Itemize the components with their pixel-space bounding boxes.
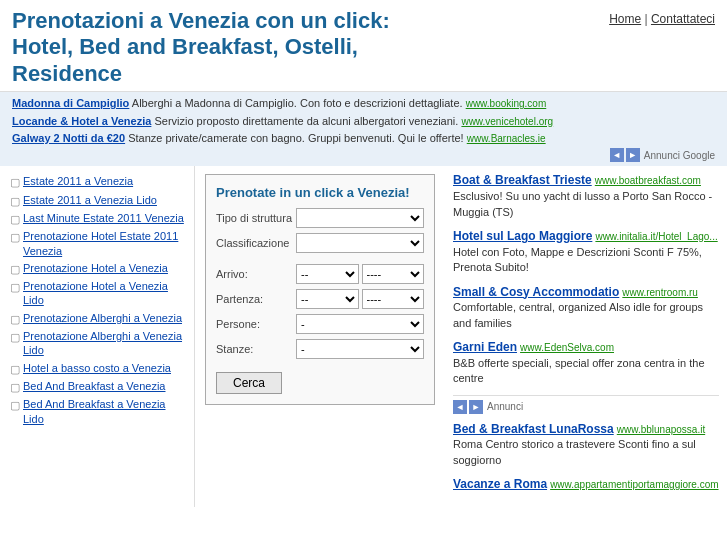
sidebar-item-3[interactable]: ▢ Prenotazione Hotel Estate 2011 Venezia — [10, 229, 184, 258]
partenza-row: Partenza: -- ---- — [216, 289, 424, 309]
right-ad1-url[interactable]: www.initalia.it/Hotel_Lago... — [595, 231, 717, 242]
right-prev-arrow[interactable]: ◄ — [453, 400, 467, 414]
sidebar-item-1[interactable]: ▢ Estate 2011 a Venezia Lido — [10, 193, 184, 208]
sidebar-item-0[interactable]: ▢ Estate 2011 a Venezia — [10, 174, 184, 189]
folder-icon-4: ▢ — [10, 262, 20, 276]
class-label: Classificazione — [216, 237, 296, 249]
ad2-desc: Servizio proposto direttamente da alcuni… — [154, 115, 458, 127]
ad-bar: Madonna di Campiglio Alberghi a Madonna … — [0, 92, 727, 166]
ad-row-1: Madonna di Campiglio Alberghi a Madonna … — [12, 96, 715, 111]
right-ad0-desc: Esclusivo! Su uno yacht di lusso a Porto… — [453, 189, 719, 220]
persone-label: Persone: — [216, 318, 296, 330]
right-ad3-title[interactable]: Garni Eden — [453, 340, 517, 354]
adbar-footer: ◄ ► Annunci Google — [12, 148, 715, 162]
ad3-url[interactable]: www.Barnacles.ie — [467, 133, 546, 144]
right-ad3-url[interactable]: www.EdenSelva.com — [520, 342, 614, 353]
arrivo-row: Arrivo: -- ---- — [216, 264, 424, 284]
sidebar: ▢ Estate 2011 a Venezia ▢ Estate 2011 a … — [0, 166, 195, 507]
tipo-select[interactable] — [296, 208, 424, 228]
folder-icon-6: ▢ — [10, 312, 20, 326]
sidebar-item-2[interactable]: ▢ Last Minute Estate 2011 Venezia — [10, 211, 184, 226]
form-title: Prenotate in un click a Venezia! — [216, 185, 424, 200]
persone-row: Persone: - — [216, 314, 424, 334]
right-adb0-title[interactable]: Bed & Breakfast LunaRossa — [453, 422, 614, 436]
sidebar-item-8[interactable]: ▢ Hotel a basso costo a Venezia — [10, 361, 184, 376]
booking-form: Prenotate in un click a Venezia! Tipo di… — [205, 174, 435, 405]
class-row: Classificazione — [216, 233, 424, 253]
right-ad0-url[interactable]: www.boatbreakfast.com — [595, 175, 701, 186]
sidebar-item-5[interactable]: ▢ Prenotazione Hotel a Venezia Lido — [10, 279, 184, 308]
right-adb0-url[interactable]: www.bblunарossa.it — [617, 424, 705, 435]
contact-link[interactable]: Contattateci — [651, 12, 715, 26]
header: Prenotazioni a Venezia con un click: Hot… — [0, 0, 727, 92]
folder-icon-2: ▢ — [10, 212, 20, 226]
right-ad-1: Hotel sul Lago Maggiore www.initalia.it/… — [453, 228, 719, 276]
adbar-next-arrow[interactable]: ► — [626, 148, 640, 162]
right-annunci: Annunci — [487, 401, 523, 412]
ad2-url[interactable]: www.venicehotel.org — [461, 116, 553, 127]
right-adb1-title[interactable]: Vacanze a Roma — [453, 477, 547, 491]
right-ad3-desc: B&B offerte speciali, special offer zona… — [453, 356, 719, 387]
ad1-url[interactable]: www.booking.com — [466, 98, 547, 109]
ad2-title[interactable]: Locande & Hotel a Venezia — [12, 115, 151, 127]
partenza-day-select[interactable]: -- — [296, 289, 359, 309]
ad3-title[interactable]: Galway 2 Notti da €20 — [12, 132, 125, 144]
stanze-select[interactable]: - — [296, 339, 424, 359]
right-adb1-url[interactable]: www.appartamentiportamaggiore.com — [550, 479, 718, 490]
arrivo-day-select[interactable]: -- — [296, 264, 359, 284]
tipo-label: Tipo di struttura — [216, 212, 296, 224]
right-ad1-desc: Hotel con Foto, Mappe e Descrizioni Scon… — [453, 245, 719, 276]
ad-row-2: Locande & Hotel a Venezia Servizio propo… — [12, 114, 715, 129]
folder-icon-9: ▢ — [10, 380, 20, 394]
partenza-label: Partenza: — [216, 293, 296, 305]
home-link[interactable]: Home — [609, 12, 641, 26]
sidebar-item-10[interactable]: ▢ Bed And Breakfast a Venezia Lido — [10, 397, 184, 426]
right-ads-panel: Boat & Breakfast Trieste www.boatbreakfa… — [445, 166, 727, 507]
right-ad2-url[interactable]: www.rentroom.ru — [622, 287, 698, 298]
right-adb0-desc: Roma Centro storico a trastevere Sconti … — [453, 437, 719, 468]
stanze-label: Stanze: — [216, 343, 296, 355]
ad1-title[interactable]: Madonna di Campiglio — [12, 97, 129, 109]
page-title: Prenotazioni a Venezia con un click: Hot… — [12, 8, 452, 87]
folder-icon-0: ▢ — [10, 175, 20, 189]
right-arrows: ◄ ► — [453, 400, 483, 414]
right-next-arrow[interactable]: ► — [469, 400, 483, 414]
right-ad1-title[interactable]: Hotel sul Lago Maggiore — [453, 229, 592, 243]
sidebar-item-7[interactable]: ▢ Prenotazione Alberghi a Venezia Lido — [10, 329, 184, 358]
arrivo-month-select[interactable]: ---- — [362, 264, 425, 284]
right-ad-b0: Bed & Breakfast LunaRossa www.bblunарoss… — [453, 421, 719, 469]
right-ad2-desc: Comfortable, central, organized Also idl… — [453, 300, 719, 331]
tipo-row: Tipo di struttura — [216, 208, 424, 228]
folder-icon-1: ▢ — [10, 194, 20, 208]
search-button[interactable]: Cerca — [216, 372, 282, 394]
ad1-desc: Alberghi a Madonna di Campiglio. Con fot… — [132, 97, 463, 109]
ad3-desc: Stanze private/camerate con bagno. Grupp… — [128, 132, 464, 144]
arrivo-selects: -- ---- — [296, 264, 424, 284]
stanze-row: Stanze: - — [216, 339, 424, 359]
folder-icon-3: ▢ — [10, 230, 20, 244]
header-nav: Home | Contattateci — [609, 8, 715, 26]
persone-select[interactable]: - — [296, 314, 424, 334]
center-panel: Prenotate in un click a Venezia! Tipo di… — [195, 166, 445, 507]
divider-1 — [453, 395, 719, 396]
sidebar-item-4[interactable]: ▢ Prenotazione Hotel a Venezia — [10, 261, 184, 276]
partenza-month-select[interactable]: ---- — [362, 289, 425, 309]
sidebar-item-9[interactable]: ▢ Bed And Breakfast a Venezia — [10, 379, 184, 394]
right-ad-0: Boat & Breakfast Trieste www.boatbreakfa… — [453, 172, 719, 220]
right-ad0-title[interactable]: Boat & Breakfast Trieste — [453, 173, 592, 187]
right-ad2-title[interactable]: Small & Cosy Accommodatio — [453, 285, 619, 299]
folder-icon-7: ▢ — [10, 330, 20, 344]
folder-icon-10: ▢ — [10, 398, 20, 412]
partenza-selects: -- ---- — [296, 289, 424, 309]
right-ad-b1: Vacanze a Roma www.appartamentiportamagg… — [453, 476, 719, 493]
class-select[interactable] — [296, 233, 424, 253]
adbar-annunci: Annunci Google — [644, 150, 715, 161]
sidebar-item-6[interactable]: ▢ Prenotazione Alberghi a Venezia — [10, 311, 184, 326]
arrivo-label: Arrivo: — [216, 268, 296, 280]
folder-icon-5: ▢ — [10, 280, 20, 294]
right-ad-2: Small & Cosy Accommodatio www.rentroom.r… — [453, 284, 719, 332]
adbar-prev-arrow[interactable]: ◄ — [610, 148, 624, 162]
adbar-arrows: ◄ ► — [610, 148, 640, 162]
ad-row-3: Galway 2 Notti da €20 Stanze private/cam… — [12, 131, 715, 146]
main-content: ▢ Estate 2011 a Venezia ▢ Estate 2011 a … — [0, 166, 727, 507]
